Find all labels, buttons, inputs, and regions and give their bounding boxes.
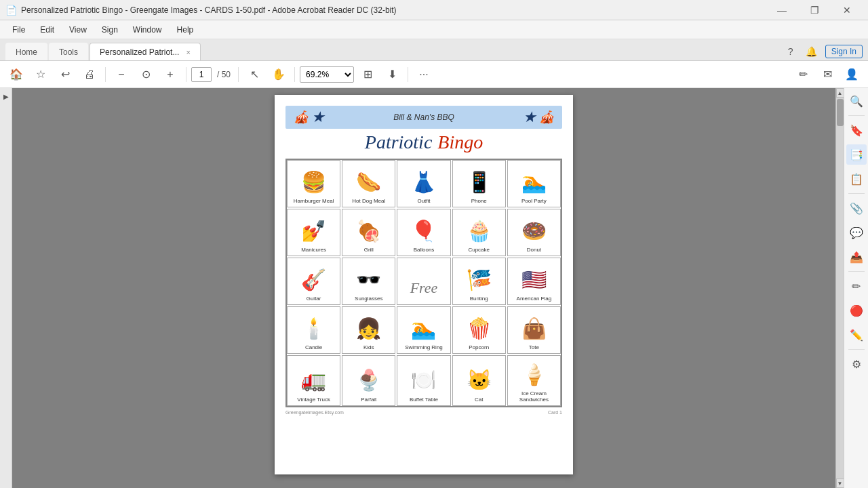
cell-emoji-0: 🍔 (301, 170, 326, 194)
notifications-button[interactable]: 🔔 (802, 45, 821, 58)
bookmark-button[interactable]: ☆ (30, 64, 52, 85)
home-toolbar-button[interactable]: 🏠 (5, 64, 27, 85)
cell-label-22: Buffet Table (410, 397, 438, 403)
cell-emoji-1: 🌭 (356, 170, 381, 194)
bingo-cell-22: 🍽️Buffet Table (397, 355, 450, 406)
zoom-actual-button[interactable]: ⊙ (135, 64, 157, 85)
cell-label-5: Manicures (301, 247, 326, 253)
cell-label-13: Bunting (470, 296, 488, 302)
cell-emoji-9: 🍩 (521, 219, 547, 243)
cell-label-4: Pool Party (521, 199, 547, 205)
scroll-button[interactable]: ⬇ (381, 64, 403, 85)
right-edit-button[interactable]: ✏ (846, 276, 867, 296)
scroll-down-arrow[interactable]: ▼ (836, 479, 844, 488)
cell-label-24: Ice Cream Sandwiches (509, 391, 559, 403)
more-toolbar-button[interactable]: ··· (413, 64, 435, 85)
zoom-out-button[interactable]: − (111, 64, 132, 85)
cell-label-23: Cat (475, 397, 483, 403)
cell-emoji-8: 🧁 (467, 219, 492, 243)
cell-emoji-4: 🏊 (521, 170, 547, 194)
cell-label-7: Balloons (414, 247, 435, 253)
bingo-title-bingo: Bingo (437, 131, 483, 153)
cell-emoji-14: 🇺🇸 (521, 268, 547, 291)
comment-button[interactable]: ✏ (792, 64, 814, 85)
bingo-cell-6: 🍖Grill (342, 209, 395, 256)
right-export-button[interactable]: 📤 (846, 247, 867, 267)
right-panel: 🔍 🔖 📑 📋 📎 💬 📤 ✏ 🔴 ✏️ ⚙ (844, 88, 868, 488)
tab-home[interactable]: Home (5, 43, 47, 60)
cell-label-15: Candle (305, 345, 322, 351)
pennant-left-icon: 🎪 (294, 110, 309, 125)
bingo-cell-4: 🏊Pool Party (507, 160, 561, 207)
bingo-header: 🎪 ★ Bill & Nan's BBQ ★ 🎪 Patriotic Bingo (285, 106, 562, 153)
back-button[interactable]: ↩ (54, 64, 76, 85)
bingo-cell-3: 📱Phone (452, 160, 506, 207)
bingo-cell-8: 🧁Cupcake (452, 209, 506, 256)
menu-sign[interactable]: Sign (95, 22, 125, 37)
account-button[interactable]: 👤 (841, 64, 863, 85)
window-title: Personalized Patriotic Bingo - Greengate… (21, 5, 397, 15)
cell-label-20: Vintage Truck (297, 397, 330, 403)
hand-tool[interactable]: ✋ (268, 64, 290, 85)
cell-label-10: Guitar (307, 296, 321, 302)
menu-file[interactable]: File (5, 22, 32, 37)
signin-button[interactable]: Sign In (825, 45, 863, 58)
star-left-icon: ★ (311, 108, 325, 126)
right-zoom-button[interactable]: 🔍 (846, 91, 867, 111)
help-button[interactable]: ? (784, 45, 797, 58)
right-bookmark-button[interactable]: 🔖 (846, 120, 867, 140)
vertical-scrollbar[interactable]: ▲ ▼ (835, 88, 844, 488)
cell-emoji-10: 🎸 (301, 268, 326, 291)
page-number-input[interactable] (191, 67, 212, 82)
menubar: File Edit View Sign Window Help (0, 20, 868, 39)
bingo-footer: Greengateimages.Etsy.com Card 1 (285, 410, 562, 415)
zoom-in-button[interactable]: + (159, 64, 181, 85)
print-button[interactable]: 🖨 (79, 64, 100, 85)
cell-emoji-18: 🍿 (467, 317, 492, 340)
cell-label-8: Cupcake (468, 247, 490, 253)
tab-home-label: Home (16, 47, 37, 57)
tab-tools-label: Tools (59, 47, 78, 57)
scroll-track[interactable] (837, 99, 844, 477)
bingo-cell-23: 🐱Cat (452, 355, 506, 406)
menu-view[interactable]: View (62, 22, 94, 37)
scroll-thumb[interactable] (837, 99, 844, 126)
tab-close-button[interactable]: × (186, 48, 190, 56)
close-button[interactable]: ✕ (831, 0, 863, 20)
share-button[interactable]: ✉ (816, 64, 838, 85)
scroll-up-arrow[interactable]: ▲ (836, 88, 844, 98)
zoom-dropdown[interactable]: 69.2% 50% 75% 100% 125% 150% (300, 66, 354, 83)
bingo-cell-20: 🚛Vintage Truck (287, 355, 340, 406)
minimize-button[interactable]: — (766, 0, 797, 20)
bingo-grid: 🍔Hamburger Meal🌭Hot Dog Meal👗Outfit📱Phon… (285, 159, 562, 407)
cell-emoji-7: 🎈 (411, 219, 436, 243)
pdf-viewport[interactable]: 🎪 ★ Bill & Nan's BBQ ★ 🎪 Patriotic Bingo… (12, 88, 835, 488)
right-highlight-button[interactable]: ✏️ (846, 325, 867, 345)
bingo-cell-24: 🍦Ice Cream Sandwiches (507, 355, 561, 406)
menu-help[interactable]: Help (170, 22, 201, 37)
select-tool[interactable]: ↖ (243, 64, 265, 85)
page-total: / 50 (217, 70, 231, 79)
maximize-button[interactable]: ❐ (799, 0, 830, 20)
bingo-cell-16: 👧Kids (342, 306, 395, 354)
tab-tools[interactable]: Tools (49, 43, 88, 60)
panel-toggle[interactable]: ▶ (1, 91, 12, 102)
cell-label-16: Kids (363, 345, 374, 351)
cell-label-6: Grill (364, 247, 374, 253)
bingo-cell-18: 🍿Popcorn (452, 306, 506, 354)
cell-emoji-6: 🍖 (356, 219, 381, 243)
menu-window[interactable]: Window (126, 22, 169, 37)
cell-emoji-16: 👧 (356, 317, 381, 340)
bingo-cell-21: 🍨Parfait (342, 355, 395, 406)
cell-emoji-23: 🐱 (467, 368, 492, 392)
right-more-button[interactable]: ⚙ (846, 354, 867, 374)
right-stamp-button[interactable]: 🔴 (846, 300, 867, 321)
right-attachments-button[interactable]: 📎 (846, 198, 867, 218)
bingo-cell-11: 🕶️Sunglasses (342, 258, 395, 305)
marquee-zoom-button[interactable]: ⊞ (357, 64, 378, 85)
right-comments-button[interactable]: 💬 (846, 222, 867, 243)
right-pages-button[interactable]: 📑 (846, 144, 867, 165)
tab-document[interactable]: Personalized Patriot... × (90, 43, 201, 60)
menu-edit[interactable]: Edit (33, 22, 61, 37)
right-layers-button[interactable]: 📋 (846, 169, 867, 189)
